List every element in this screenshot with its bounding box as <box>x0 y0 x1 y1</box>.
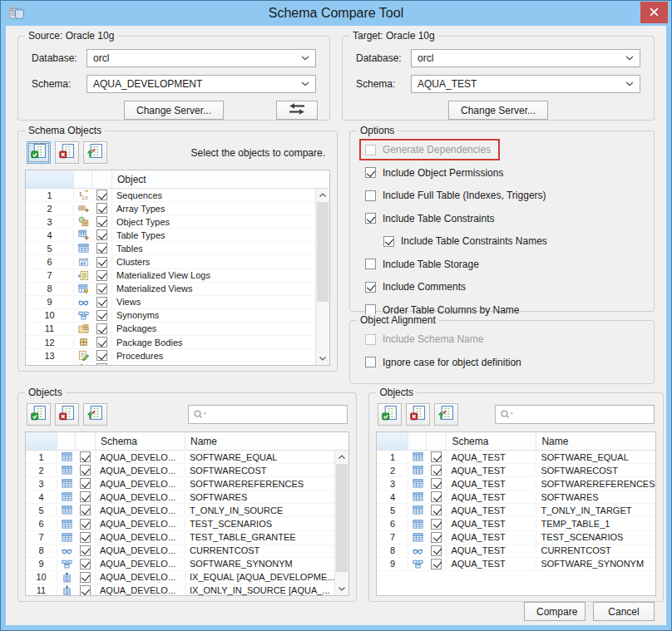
scroll-down-icon[interactable] <box>316 352 329 365</box>
header-icon-column[interactable] <box>74 170 92 188</box>
row-checkbox[interactable] <box>96 363 107 365</box>
row-checkbox[interactable] <box>80 465 91 476</box>
row-checkbox[interactable] <box>96 310 107 321</box>
row-checkbox[interactable] <box>96 350 107 361</box>
option-checkbox[interactable] <box>365 213 376 224</box>
scrollbar-thumb[interactable] <box>317 202 329 302</box>
title-bar[interactable]: Schema Compare Tool <box>1 1 671 26</box>
header-object-column[interactable]: Object <box>112 170 329 188</box>
object-row[interactable]: 8 AQUA_TEST CURRENTCOST <box>377 545 655 558</box>
object-row[interactable]: 3 AQUA_DEVELO... SOFTWAREREFERENCES <box>26 477 334 491</box>
row-checkbox[interactable] <box>80 532 91 543</box>
object-row[interactable]: 5 AQUA_TEST T_ONLY_IN_TARGET <box>377 504 655 517</box>
schema-object-row[interactable]: 3 Object Types <box>26 215 315 229</box>
header-name-column[interactable]: Name <box>536 432 655 450</box>
row-checkbox[interactable] <box>96 270 107 281</box>
object-row[interactable]: 1 AQUA_DEVELO... SOFTWARE_EQUAL <box>26 451 334 464</box>
row-checkbox[interactable] <box>431 559 442 569</box>
check-all-button[interactable] <box>378 403 402 426</box>
schema-object-row[interactable]: 6 Clusters <box>26 255 315 269</box>
option-checkbox[interactable] <box>365 145 376 155</box>
vertical-scrollbar[interactable] <box>315 189 329 365</box>
row-checkbox[interactable] <box>431 478 442 489</box>
row-checkbox[interactable] <box>96 323 107 334</box>
row-checkbox[interactable] <box>431 519 442 530</box>
schema-object-row[interactable]: 2 Array Types <box>26 202 315 215</box>
header-icon-column[interactable] <box>408 432 427 450</box>
row-checkbox[interactable] <box>80 451 91 462</box>
header-name-column[interactable]: Name <box>185 432 348 450</box>
object-row[interactable]: 2 AQUA_TEST SOFTWARECOST <box>377 464 655 477</box>
target-objects-search[interactable] <box>495 405 655 424</box>
object-row[interactable]: 4 AQUA_TEST SOFTWARES <box>377 491 655 504</box>
row-checkbox[interactable] <box>80 585 91 595</box>
row-checkbox[interactable] <box>96 243 107 254</box>
scroll-up-icon[interactable] <box>316 189 329 201</box>
source-change-server-button[interactable]: Change Server... <box>124 101 224 120</box>
check-all-button[interactable] <box>27 141 51 164</box>
row-checkbox[interactable] <box>96 297 107 308</box>
vertical-scrollbar[interactable] <box>334 451 348 595</box>
row-checkbox[interactable] <box>80 519 91 530</box>
header-checkbox-column[interactable] <box>92 170 112 188</box>
header-checkbox-column[interactable] <box>427 432 447 450</box>
row-checkbox[interactable] <box>96 229 107 240</box>
close-button[interactable] <box>640 2 668 23</box>
row-checkbox[interactable] <box>431 545 442 556</box>
object-row[interactable]: 6 AQUA_DEVELO... TEST_SCENARIOS <box>26 517 334 530</box>
option-checkbox[interactable] <box>365 167 376 178</box>
option-checkbox[interactable] <box>365 190 376 201</box>
object-row[interactable]: 4 AQUA_DEVELO... SOFTWARES <box>26 491 334 504</box>
compare-button[interactable]: Compare <box>524 602 586 621</box>
uncheck-all-button[interactable] <box>55 141 79 164</box>
invert-selection-button[interactable] <box>83 403 107 426</box>
scroll-up-icon[interactable] <box>335 451 348 463</box>
object-row[interactable]: 8 AQUA_DEVELO... CURRENTCOST <box>26 545 334 558</box>
source-schema-select[interactable]: AQUA_DEVELOPMENT <box>86 75 316 93</box>
object-row[interactable]: 3 AQUA_TEST SOFTWAREREFERENCES <box>377 477 655 491</box>
schema-object-row[interactable]: 5 Tables <box>26 242 315 255</box>
row-checkbox[interactable] <box>431 451 442 462</box>
uncheck-all-button[interactable] <box>406 403 430 426</box>
header-checkbox-column[interactable] <box>76 432 96 450</box>
object-row[interactable]: 2 AQUA_DEVELO... SOFTWARECOST <box>26 464 334 477</box>
header-number-column[interactable] <box>26 432 57 450</box>
object-row[interactable]: 9 AQUA_TEST SOFTWARE_SYNONYM <box>377 558 655 571</box>
swap-source-target-button[interactable] <box>276 101 318 120</box>
row-checkbox[interactable] <box>431 505 442 515</box>
header-number-column[interactable] <box>377 432 408 450</box>
row-checkbox[interactable] <box>80 559 91 569</box>
schema-object-row[interactable]: 11 Packages <box>26 323 315 336</box>
row-checkbox[interactable] <box>96 203 107 214</box>
object-row[interactable]: 1 AQUA_TEST SOFTWARE_EQUAL <box>377 451 655 464</box>
object-row[interactable]: 10 AQUA_DEVELO... IX_EQUAL [AQUA_DEVELOP… <box>26 571 334 584</box>
uncheck-all-button[interactable] <box>55 403 79 426</box>
row-checkbox[interactable] <box>96 257 107 268</box>
row-checkbox[interactable] <box>96 283 107 294</box>
alignment-option-checkbox[interactable] <box>365 357 376 367</box>
schema-object-row[interactable]: 12 Package Bodies <box>26 336 315 349</box>
source-objects-search-input[interactable] <box>208 409 343 421</box>
object-row[interactable]: 6 AQUA_TEST TEMP_TABLE_1 <box>377 517 655 530</box>
header-schema-column[interactable]: Schema <box>96 432 185 450</box>
schema-object-row[interactable]: 14 f Functions <box>26 362 315 365</box>
target-database-select[interactable]: orcl <box>411 49 640 67</box>
row-checkbox[interactable] <box>80 572 91 583</box>
scroll-down-icon[interactable] <box>335 583 348 595</box>
object-row[interactable]: 5 AQUA_DEVELO... T_ONLY_IN_SOURCE <box>26 504 334 517</box>
row-checkbox[interactable] <box>96 216 107 227</box>
invert-selection-button[interactable] <box>83 141 107 164</box>
row-checkbox[interactable] <box>96 337 107 348</box>
target-change-server-button[interactable]: Change Server... <box>448 101 548 120</box>
schema-object-row[interactable]: 8 Materialized Views <box>26 283 315 296</box>
row-checkbox[interactable] <box>96 190 107 200</box>
header-schema-column[interactable]: Schema <box>447 432 536 450</box>
header-number-column[interactable] <box>26 170 74 188</box>
option-checkbox[interactable] <box>365 282 376 293</box>
row-checkbox[interactable] <box>80 478 91 489</box>
object-row[interactable]: 7 AQUA_TEST TEST_SCENARIOS <box>377 531 655 545</box>
schema-object-row[interactable]: 10 Synonyms <box>26 309 315 323</box>
row-checkbox[interactable] <box>80 545 91 556</box>
schema-object-row[interactable]: 1 123 Sequences <box>26 189 315 202</box>
object-row[interactable]: 7 AQUA_DEVELO... TEST_TABLE_GRANTEE <box>26 531 334 545</box>
